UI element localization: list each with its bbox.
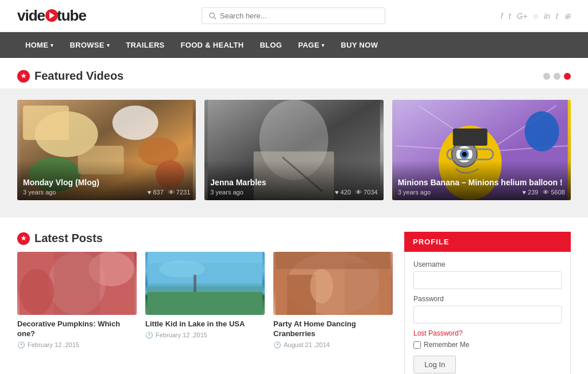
search-bar[interactable] bbox=[202, 7, 385, 24]
facebook-icon[interactable]: f bbox=[501, 11, 503, 21]
logo[interactable]: videtube bbox=[17, 7, 86, 25]
video-meta-3: 3 years ago ♥ 239 👁 5608 bbox=[398, 189, 565, 196]
video-title-1: Monday Vlog (Mlog) bbox=[23, 178, 190, 187]
video-stats-2: ♥ 420 👁 7034 bbox=[335, 189, 378, 196]
profile-box: PROFILE Username Password Lost Password?… bbox=[404, 232, 571, 374]
linkedin-icon[interactable]: in bbox=[544, 11, 550, 21]
nav-home[interactable]: HOME ▾ bbox=[17, 32, 62, 58]
video-stats-3: ♥ 239 👁 5608 bbox=[522, 189, 565, 196]
sidebar: PROFILE Username Password Lost Password?… bbox=[404, 232, 571, 374]
video-card-3[interactable]: Minions Banana – Minions helium balloon … bbox=[392, 100, 571, 200]
nav-buy-now[interactable]: BUY NOW bbox=[333, 32, 386, 58]
svg-point-38 bbox=[159, 260, 205, 278]
video-views-3: 👁 5608 bbox=[543, 189, 565, 196]
featured-section: Monday Vlog (Mlog) 3 years ago ♥ 837 👁 7… bbox=[0, 88, 588, 217]
video-likes-3: ♥ 239 bbox=[522, 189, 538, 196]
latest-title: Latest Posts bbox=[17, 232, 393, 245]
video-stats-1: ♥ 837 👁 7231 bbox=[148, 189, 191, 196]
post-thumb-2 bbox=[145, 252, 265, 315]
dot-2[interactable] bbox=[554, 73, 560, 80]
video-likes-1: ♥ 837 bbox=[148, 189, 164, 196]
svg-point-44 bbox=[310, 269, 333, 303]
latest-section: Latest Posts Decorative Pumpkins: bbox=[17, 232, 571, 374]
password-input[interactable] bbox=[413, 306, 562, 324]
password-label: Password bbox=[413, 295, 562, 303]
nav-blog[interactable]: BLOG bbox=[252, 32, 290, 58]
svg-point-0 bbox=[210, 13, 214, 17]
dot-1[interactable] bbox=[543, 73, 550, 80]
post-thumb-3 bbox=[273, 252, 393, 315]
dot-3[interactable] bbox=[564, 73, 571, 80]
username-input[interactable] bbox=[413, 271, 562, 289]
home-arrow-icon: ▾ bbox=[51, 42, 53, 48]
svg-rect-45 bbox=[276, 252, 390, 269]
svg-rect-39 bbox=[194, 275, 196, 292]
post-card-1[interactable]: Decorative Pumpkins: Which one? 🕐 Februa… bbox=[17, 252, 137, 349]
post-title-2: Little Kid in Lake in the USA bbox=[145, 320, 265, 329]
video-title-2: Jenna Marbles bbox=[210, 178, 377, 187]
featured-title: Featured Videos bbox=[17, 69, 123, 83]
tumblr-icon[interactable]: t bbox=[556, 11, 558, 21]
post-date-2: 🕐 February 12 ,2015 bbox=[145, 332, 265, 339]
video-title-3: Minions Banana – Minions helium balloon … bbox=[398, 178, 565, 187]
svg-point-26 bbox=[524, 111, 559, 151]
browse-arrow-icon: ▾ bbox=[107, 42, 110, 48]
search-input[interactable] bbox=[220, 11, 378, 20]
lost-password-link[interactable]: Lost Password? bbox=[413, 329, 562, 337]
video-meta-1: 3 years ago ♥ 837 👁 7231 bbox=[23, 189, 190, 196]
main-nav: HOME ▾ BROWSE ▾ TRAILERS FOOD & HEALTH B… bbox=[0, 32, 588, 58]
svg-point-24 bbox=[462, 152, 466, 157]
video-card-1[interactable]: Monday Vlog (Mlog) 3 years ago ♥ 837 👁 7… bbox=[17, 100, 196, 200]
video-info-2: Jenna Marbles 3 years ago ♥ 420 👁 7034 bbox=[204, 161, 383, 200]
post-date-3: 🕐 August 21 ,2014 bbox=[273, 341, 393, 349]
instagram-icon[interactable]: ○ bbox=[533, 11, 538, 21]
logo-text-tube: tube bbox=[57, 7, 86, 24]
logo-play-icon bbox=[45, 9, 58, 22]
search-icon bbox=[209, 12, 216, 20]
google-plus-icon[interactable]: G+ bbox=[517, 11, 528, 21]
svg-point-5 bbox=[113, 106, 158, 140]
twitter-icon[interactable]: t bbox=[509, 11, 511, 21]
svg-rect-27 bbox=[452, 128, 487, 146]
nav-trailers[interactable]: TRAILERS bbox=[118, 32, 172, 58]
nav-browse[interactable]: BROWSE ▾ bbox=[62, 32, 118, 58]
featured-title-text: Featured Videos bbox=[34, 69, 123, 83]
page-arrow-icon: ▾ bbox=[322, 42, 324, 48]
video-info-1: Monday Vlog (Mlog) 3 years ago ♥ 837 👁 7… bbox=[17, 161, 196, 200]
carousel-dots[interactable] bbox=[543, 73, 571, 80]
nav-food-health[interactable]: FOOD & HEALTH bbox=[173, 32, 252, 58]
posts-area: Latest Posts Decorative Pumpkins: bbox=[17, 232, 393, 374]
video-likes-2: ♥ 420 bbox=[335, 189, 351, 196]
video-views-2: 👁 7034 bbox=[355, 189, 378, 196]
logo-text-vide: vide bbox=[17, 7, 45, 24]
svg-rect-43 bbox=[345, 263, 379, 315]
remember-me-label: Remember Me bbox=[424, 341, 469, 349]
remember-me-row: Remember Me bbox=[413, 341, 562, 349]
video-card-2[interactable]: Jenna Marbles 3 years ago ♥ 420 👁 7034 bbox=[204, 100, 383, 200]
username-label: Username bbox=[413, 260, 562, 268]
post-title-3: Party At Home Dancing Cranberries bbox=[273, 320, 393, 339]
svg-line-1 bbox=[214, 17, 216, 20]
svg-point-30 bbox=[20, 269, 54, 315]
post-title-1: Decorative Pumpkins: Which one? bbox=[17, 320, 137, 339]
featured-section-header: Featured Videos bbox=[17, 58, 571, 88]
main-content: Featured Videos bbox=[0, 58, 588, 374]
video-views-1: 👁 7231 bbox=[168, 189, 191, 196]
profile-body: Username Password Lost Password? Remembe… bbox=[404, 252, 571, 374]
login-button[interactable]: Log In bbox=[413, 356, 456, 373]
video-grid: Monday Vlog (Mlog) 3 years ago ♥ 837 👁 7… bbox=[17, 100, 571, 200]
social-icons: f t G+ ○ in t ⊕ bbox=[501, 11, 571, 21]
post-date-1: 🕐 February 12 ,2015 bbox=[17, 341, 137, 349]
header: videtube f t G+ ○ in t ⊕ bbox=[0, 0, 588, 32]
post-card-2[interactable]: Little Kid in Lake in the USA 🕐 February… bbox=[145, 252, 265, 349]
featured-star-icon bbox=[17, 70, 30, 83]
video-age-3: 3 years ago bbox=[398, 189, 431, 196]
rss-icon[interactable]: ⊕ bbox=[564, 11, 571, 21]
posts-grid: Decorative Pumpkins: Which one? 🕐 Februa… bbox=[17, 252, 393, 349]
latest-icon bbox=[17, 232, 30, 245]
nav-page[interactable]: PAGE ▾ bbox=[290, 32, 332, 58]
remember-me-checkbox[interactable] bbox=[413, 341, 421, 349]
post-card-3[interactable]: Party At Home Dancing Cranberries 🕐 Augu… bbox=[273, 252, 393, 349]
video-meta-2: 3 years ago ♥ 420 👁 7034 bbox=[210, 189, 377, 196]
video-age-2: 3 years ago bbox=[210, 189, 243, 196]
